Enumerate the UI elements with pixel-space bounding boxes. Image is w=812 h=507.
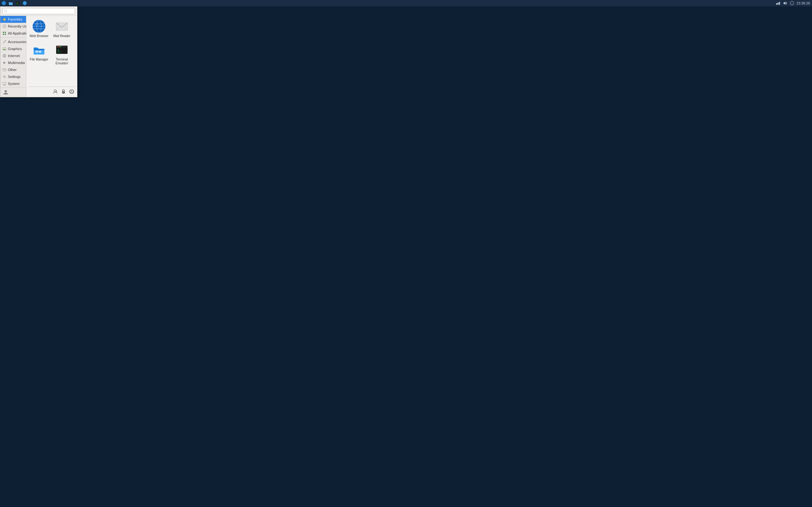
volume-tray-icon[interactable] xyxy=(782,1,788,6)
svg-point-0 xyxy=(2,1,6,5)
search-icon xyxy=(4,9,7,13)
search-bar xyxy=(0,7,77,16)
svg-point-34 xyxy=(4,76,5,77)
accessories-icon xyxy=(2,40,7,44)
recently-used-icon xyxy=(2,24,7,29)
app-terminal-emulator[interactable]: $ _ Terminal Emulator xyxy=(51,41,72,67)
search-wrapper[interactable] xyxy=(2,8,75,14)
sidebar-label-multimedia: Multimedia xyxy=(8,61,25,65)
terminal-emulator-icon: $ _ xyxy=(55,43,68,56)
taskbar-left: $_ xyxy=(0,0,28,6)
svg-rect-19 xyxy=(5,32,6,33)
svg-point-68 xyxy=(63,92,64,93)
svg-rect-58 xyxy=(36,51,38,53)
user-profile-button[interactable] xyxy=(2,89,9,96)
settings-icon xyxy=(2,74,7,79)
terminal-emulator-label: Terminal Emulator xyxy=(52,58,71,65)
mail-reader-label: Mail Reader xyxy=(53,34,70,38)
svg-line-15 xyxy=(6,12,7,13)
sidebar-item-recently-used[interactable]: Recently Used xyxy=(0,23,26,30)
sidebar-item-all-applications[interactable]: All Applications xyxy=(0,30,26,37)
browser-taskbar-button[interactable] xyxy=(21,0,28,6)
svg-text:$_: $_ xyxy=(16,2,19,5)
file-manager-label: File Manager xyxy=(30,58,48,61)
multimedia-icon xyxy=(2,60,7,65)
sidebar-label-accessories: Accessories xyxy=(8,40,27,44)
svg-marker-16 xyxy=(3,18,6,21)
svg-marker-11 xyxy=(783,2,785,5)
web-browser-label: Web Browser xyxy=(30,34,49,38)
app-web-browser[interactable]: Web Browser xyxy=(28,18,50,40)
svg-line-40 xyxy=(5,77,5,78)
sidebar-item-graphics[interactable]: Graphics xyxy=(0,45,26,52)
svg-point-26 xyxy=(3,48,4,49)
svg-line-41 xyxy=(5,76,5,76)
svg-point-64 xyxy=(61,46,61,47)
taskbar-right: i 23:36:26 xyxy=(775,1,812,6)
web-browser-icon xyxy=(32,20,46,33)
svg-line-39 xyxy=(3,76,4,76)
all-applications-icon xyxy=(2,31,7,36)
sidebar-label-graphics: Graphics xyxy=(8,47,22,51)
sidebar-item-favorites[interactable]: Favorites xyxy=(0,16,26,23)
system-icon xyxy=(2,81,7,86)
svg-rect-21 xyxy=(5,34,6,35)
sidebar-item-multimedia[interactable]: Multimedia xyxy=(0,59,26,66)
svg-point-63 xyxy=(59,46,60,47)
files-taskbar-button[interactable] xyxy=(8,0,14,6)
apps-footer xyxy=(28,87,75,95)
sidebar-label-favorites: Favorites xyxy=(8,17,22,21)
search-input[interactable] xyxy=(9,9,73,13)
svg-rect-10 xyxy=(779,2,780,5)
svg-line-42 xyxy=(3,77,4,78)
logout-button[interactable] xyxy=(68,88,75,95)
terminal-taskbar-button[interactable]: $_ xyxy=(14,0,21,6)
svg-rect-18 xyxy=(3,32,4,33)
sidebar-item-other[interactable]: Other xyxy=(0,66,26,73)
sidebar-footer xyxy=(0,87,26,97)
network-tray-icon[interactable] xyxy=(775,1,780,6)
graphics-icon xyxy=(2,47,7,51)
svg-rect-9 xyxy=(778,3,779,5)
menu-content: Favorites Recently Used xyxy=(0,16,77,97)
mail-reader-icon xyxy=(55,20,68,33)
sidebar-item-accessories[interactable]: Accessories xyxy=(0,38,26,45)
svg-line-24 xyxy=(3,43,3,43)
svg-rect-1 xyxy=(9,3,13,5)
apps-grid: Web Browser Mail Reader xyxy=(28,18,75,67)
switch-user-button[interactable] xyxy=(52,88,59,95)
svg-rect-8 xyxy=(776,3,777,5)
app-mail-reader[interactable]: Mail Reader xyxy=(51,18,72,40)
other-icon xyxy=(2,67,7,72)
application-menu: Favorites Recently Used xyxy=(0,6,78,97)
app-file-manager[interactable]: File Manager xyxy=(28,41,50,67)
svg-rect-43 xyxy=(3,82,6,84)
svg-rect-59 xyxy=(39,51,41,53)
sidebar-item-settings[interactable]: Settings xyxy=(0,73,26,80)
sidebar-label-internet: Internet xyxy=(8,54,20,58)
internet-icon xyxy=(2,54,7,58)
file-manager-icon xyxy=(32,43,46,56)
svg-text:i: i xyxy=(792,2,792,5)
sidebar-label-settings: Settings xyxy=(8,75,20,78)
svg-point-62 xyxy=(57,46,58,47)
sidebar-item-system[interactable]: System xyxy=(0,80,26,87)
sidebar-item-internet[interactable]: Internet xyxy=(0,52,26,59)
sidebar: Favorites Recently Used xyxy=(0,16,26,97)
svg-text:$ _: $ _ xyxy=(57,49,62,52)
svg-marker-27 xyxy=(3,49,6,50)
svg-point-14 xyxy=(4,10,6,12)
svg-rect-20 xyxy=(3,34,4,35)
svg-line-22 xyxy=(3,41,5,43)
info-tray-icon[interactable]: i xyxy=(790,1,795,6)
svg-point-46 xyxy=(5,90,7,93)
svg-marker-32 xyxy=(3,61,6,64)
menu-button[interactable] xyxy=(1,0,7,6)
sidebar-label-other: Other xyxy=(8,68,17,72)
lock-screen-button[interactable] xyxy=(60,88,67,95)
sidebar-label-system: System xyxy=(8,82,20,86)
taskbar: $_ xyxy=(0,0,812,6)
apps-panel: Web Browser Mail Reader xyxy=(26,16,77,97)
svg-point-4 xyxy=(23,1,27,5)
svg-point-28 xyxy=(3,54,6,57)
